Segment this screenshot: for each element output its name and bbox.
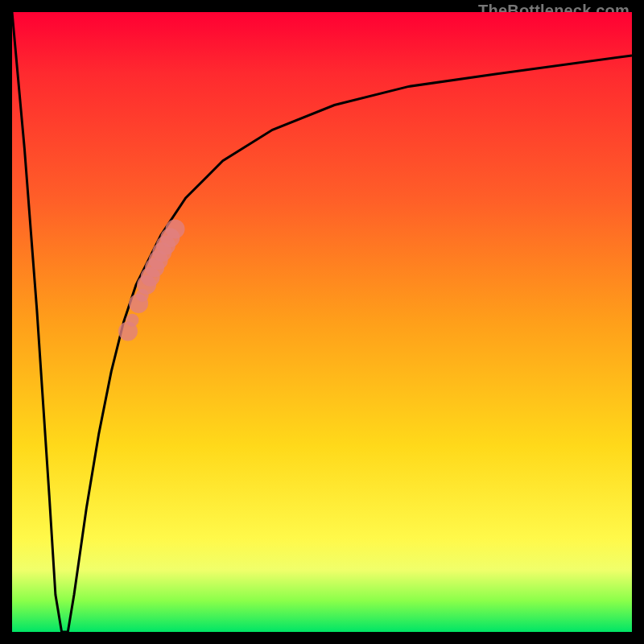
plot-area (12, 12, 632, 632)
curve-svg (12, 12, 632, 632)
chart-container: TheBottleneck.com (0, 0, 644, 644)
data-marker (126, 314, 138, 327)
data-marker (166, 220, 185, 239)
bottleneck-curve (12, 12, 632, 632)
marker-group (118, 220, 185, 341)
